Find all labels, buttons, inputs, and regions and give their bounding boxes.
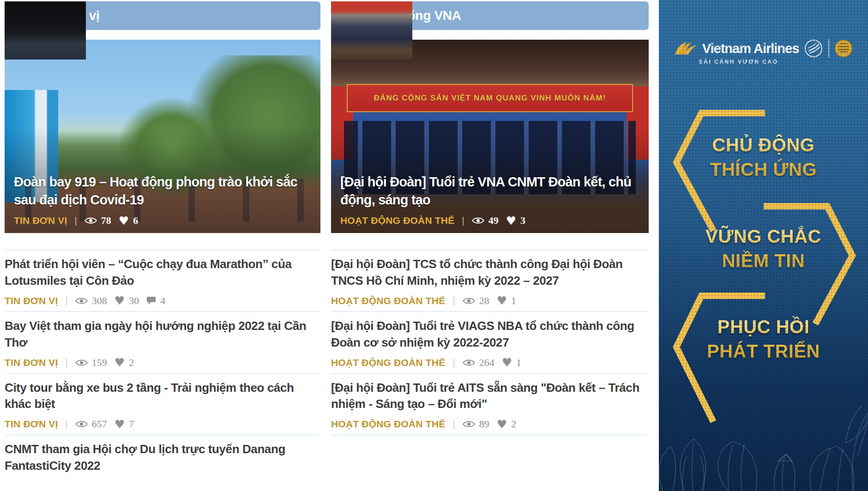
logo-divider bbox=[828, 39, 829, 58]
likes-count: 6 bbox=[133, 215, 138, 227]
views-stat: 264 bbox=[463, 357, 494, 369]
article-title[interactable]: Phát triển hội viên – “Cuộc chạy đua Mar… bbox=[5, 256, 320, 289]
news-portal-page: Tin đơn vị Đoàn bay 919 – Hoạt động phon… bbox=[0, 0, 868, 491]
article-body: [Đại hội Đoàn] Tuổi trẻ AITS sẵn sàng "Đ… bbox=[331, 378, 649, 431]
eye-icon bbox=[463, 359, 475, 367]
vna-promo-banner[interactable]: Vietnam Airlines SẢI CÁNH VƯƠN CAO CHỦ Đ… bbox=[659, 0, 868, 491]
views-stat: 308 bbox=[75, 295, 107, 307]
featured-title[interactable]: [Đại hội Đoàn] Tuổi trẻ VNA CNMT Đoàn kế… bbox=[340, 173, 639, 209]
likes-count: 1 bbox=[511, 295, 516, 307]
list-item[interactable]: Bay Việt tham gia ngày hội hướng nghiệp … bbox=[5, 311, 320, 373]
article-meta: HOẠT ĐỘNG ĐOÀN THỂ | 28 ♥ 1 bbox=[331, 295, 649, 307]
heart-icon: ♥ bbox=[497, 419, 507, 430]
meta-separator: | bbox=[75, 216, 77, 226]
article-thumbnail[interactable] bbox=[331, 1, 412, 60]
category-link[interactable]: HOẠT ĐỘNG ĐOÀN THỂ bbox=[340, 215, 454, 226]
views-stat: 159 bbox=[75, 357, 107, 369]
vna-logo: Vietnam Airlines bbox=[659, 39, 868, 58]
views-count: 89 bbox=[479, 418, 489, 430]
category-link[interactable]: HOẠT ĐỘNG ĐOÀN THỂ bbox=[331, 357, 445, 368]
heart-icon: ♥ bbox=[506, 215, 516, 227]
category-link[interactable]: HOẠT ĐỘNG ĐOÀN THỂ bbox=[331, 419, 445, 430]
heart-icon: ♥ bbox=[502, 357, 512, 368]
views-count: 657 bbox=[92, 418, 107, 430]
likes-stat: ♥ 2 bbox=[497, 418, 516, 430]
article-body: [Đại hội Đoàn] TCS tổ chức thành công Đạ… bbox=[331, 255, 649, 307]
skyteam-icon bbox=[804, 39, 823, 58]
featured-article[interactable]: ĐẢNG CỘNG SẢN VIỆT NAM QUANG VINH MUÔN N… bbox=[331, 40, 649, 233]
article-meta: HOẠT ĐỘNG ĐOÀN THỂ | 89 ♥ 2 bbox=[331, 418, 649, 430]
category-link[interactable]: TIN ĐƠN VỊ bbox=[14, 215, 67, 226]
list-item[interactable]: City tour bằng xe bus 2 tầng - Trải nghi… bbox=[5, 373, 320, 435]
likes-stat: ♥ 3 bbox=[506, 215, 525, 227]
heart-icon: ♥ bbox=[497, 295, 507, 306]
heart-icon: ♥ bbox=[115, 357, 125, 368]
likes-stat: ♥ 1 bbox=[502, 357, 521, 369]
brand-tagline: SẢI CÁNH VƯƠN CAO bbox=[659, 59, 818, 65]
article-title[interactable]: [Đại hội Đoàn] TCS tổ chức thành công Đạ… bbox=[331, 256, 649, 289]
article-title[interactable]: [Đại hội Đoàn] Tuổi trẻ AITS sẵn sàng "Đ… bbox=[331, 380, 649, 413]
lotus-line-art bbox=[659, 387, 868, 491]
list-item[interactable]: [Đại hội Đoàn] TCS tổ chức thành công Đạ… bbox=[331, 250, 649, 311]
slogan-2: VỮNG CHẮC NIỀM TIN bbox=[659, 224, 868, 273]
lotus-icon bbox=[674, 40, 697, 57]
featured-caption: [Đại hội Đoàn] Tuổi trẻ VNA CNMT Đoàn kế… bbox=[340, 173, 639, 227]
middle-column: Cuộc sống VNA ĐẢNG CỘNG SẢN VIỆT NAM QUA… bbox=[331, 1, 649, 442]
article-title[interactable]: City tour bằng xe bus 2 tầng - Trải nghi… bbox=[5, 380, 320, 413]
eye-icon bbox=[75, 420, 88, 428]
category-link[interactable]: TIN ĐƠN VỊ bbox=[5, 419, 58, 430]
eye-icon bbox=[463, 297, 475, 305]
views-count: 49 bbox=[488, 215, 499, 227]
likes-count: 1 bbox=[516, 357, 521, 369]
emblem-icon bbox=[834, 39, 853, 58]
slogan-line: VỮNG CHẮC bbox=[659, 224, 868, 249]
meta-separator: | bbox=[66, 357, 68, 368]
featured-article[interactable]: Đoàn bay 919 – Hoạt động phong trào khởi… bbox=[5, 40, 320, 233]
comment-icon bbox=[146, 296, 156, 305]
views-stat: 657 bbox=[75, 418, 107, 430]
list-item[interactable]: [Đại hội Đoàn] Tuổi trẻ VIAGS NBA tổ chứ… bbox=[331, 311, 649, 373]
article-title[interactable]: CNMT tham gia Hội chợ Du lịch trực tuyến… bbox=[5, 441, 320, 474]
category-link[interactable]: TIN ĐƠN VỊ bbox=[5, 295, 58, 306]
article-body: [Đại hội Đoàn] Tuổi trẻ VIAGS NBA tổ chứ… bbox=[331, 317, 649, 369]
views-count: 159 bbox=[92, 357, 107, 369]
eye-icon bbox=[472, 216, 484, 225]
article-meta: TIN ĐƠN VỊ | 159 ♥ 2 bbox=[5, 357, 320, 369]
list-item[interactable]: Phát triển hội viên – “Cuộc chạy đua Mar… bbox=[5, 250, 320, 311]
likes-stat: ♥ 7 bbox=[115, 418, 134, 430]
likes-count: 7 bbox=[129, 418, 134, 430]
list-separator bbox=[331, 435, 649, 442]
slogan-line: PHÁT TRIỂN bbox=[659, 339, 868, 364]
slogan-line: NIỀM TIN bbox=[659, 249, 868, 273]
category-link[interactable]: TIN ĐƠN VỊ bbox=[5, 357, 58, 368]
brand-wordmark: Vietnam Airlines bbox=[702, 41, 799, 56]
article-meta: HOẠT ĐỘNG ĐOÀN THỂ | 264 ♥ 1 bbox=[331, 357, 649, 369]
list-item[interactable]: [Đại hội Đoàn] Tuổi trẻ AITS sẵn sàng "Đ… bbox=[331, 373, 649, 435]
slogan-1: CHỦ ĐỘNG THÍCH ỨNG bbox=[659, 133, 868, 182]
category-link[interactable]: HOẠT ĐỘNG ĐOÀN THỂ bbox=[331, 295, 445, 306]
eye-icon bbox=[75, 297, 88, 305]
article-title[interactable]: Bay Việt tham gia ngày hội hướng nghiệp … bbox=[5, 318, 320, 351]
article-body: Phát triển hội viên – “Cuộc chạy đua Mar… bbox=[5, 255, 320, 307]
slogan-line: CHỦ ĐỘNG bbox=[659, 133, 868, 157]
likes-count: 2 bbox=[511, 418, 516, 430]
slogan-3: PHỤC HỒI PHÁT TRIỂN bbox=[659, 315, 868, 364]
featured-caption: Đoàn bay 919 – Hoạt động phong trào khởi… bbox=[14, 173, 311, 227]
views-count: 308 bbox=[92, 295, 107, 307]
heart-icon: ♥ bbox=[115, 295, 125, 306]
views-stat: 49 bbox=[472, 215, 499, 227]
article-thumbnail[interactable] bbox=[5, 1, 86, 60]
article-body: City tour bằng xe bus 2 tầng - Trải nghi… bbox=[5, 378, 320, 431]
featured-title[interactable]: Đoàn bay 919 – Hoạt động phong trào khởi… bbox=[14, 173, 311, 209]
likes-count: 2 bbox=[129, 357, 134, 369]
article-list: Phát triển hội viên – “Cuộc chạy đua Mar… bbox=[5, 250, 320, 479]
views-stat: 28 bbox=[463, 295, 489, 307]
meta-separator: | bbox=[462, 216, 464, 226]
article-title[interactable]: [Đại hội Đoàn] Tuổi trẻ VIAGS NBA tổ chứ… bbox=[331, 318, 649, 351]
article-list: [Đại hội Đoàn] TCS tổ chức thành công Đạ… bbox=[331, 250, 649, 442]
slogan-line: PHỤC HỒI bbox=[659, 315, 868, 339]
heart-icon: ♥ bbox=[115, 419, 125, 430]
featured-meta: HOẠT ĐỘNG ĐOÀN THỂ | 49 ♥ 3 bbox=[340, 215, 639, 227]
list-item[interactable]: CNMT tham gia Hội chợ Du lịch trực tuyến… bbox=[5, 435, 320, 479]
likes-stat: ♥ 2 bbox=[115, 357, 134, 369]
